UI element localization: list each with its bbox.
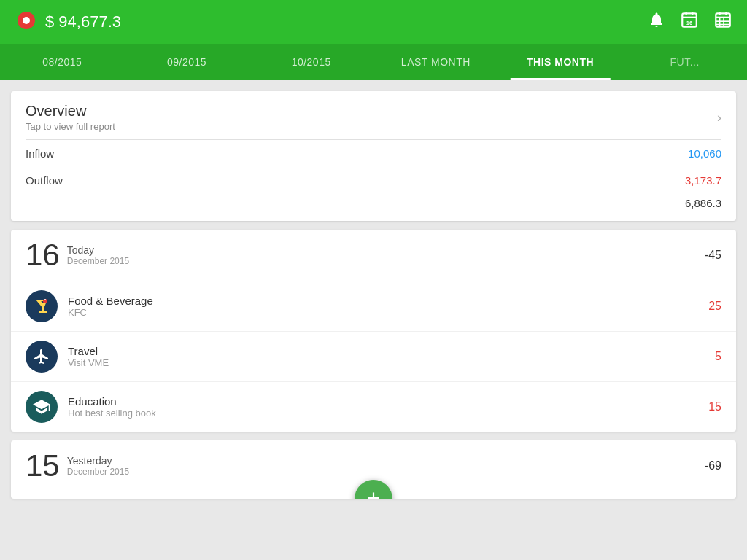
food-transaction-info: Food & Beverage KFC [68,295,708,318]
food-amount: 25 [708,300,721,313]
today-date-sub: December 2015 [67,256,129,266]
inflow-label: Inflow [26,147,54,160]
inflow-row: Inflow 10,060 [11,140,736,167]
overview-subtitle: Tap to view full report [26,121,115,132]
calendar-grid-icon[interactable] [713,10,732,34]
inflow-value: 10,060 [688,147,721,160]
svg-point-1 [23,17,30,24]
overview-header[interactable]: Overview Tap to view full report › [11,91,736,139]
top-bar-left: $ 94,677.3 [15,10,121,34]
travel-transaction-item[interactable]: Travel Visit VME 5 [11,332,736,382]
tab-aug[interactable]: 08/2015 [0,44,125,80]
outflow-value: 3,173.7 [685,174,721,187]
travel-subcategory: Visit VME [68,357,715,368]
education-amount: 15 [708,400,721,413]
food-category-name: Food & Beverage [68,295,708,307]
yesterday-date-text: Yesterday December 2015 [67,455,129,477]
overview-title: Overview [26,103,115,120]
outflow-row: Outflow 3,173.7 [11,167,736,194]
education-category-name: Education [68,395,708,408]
travel-amount: 5 [715,350,721,363]
tab-last-month[interactable]: LAST MONTH [374,44,498,80]
yesterday-date-label: Yesterday [67,455,129,467]
today-date-text: Today December 2015 [67,244,129,266]
today-date-header: 16 Today December 2015 -45 [11,230,736,281]
tab-oct[interactable]: 10/2015 [249,44,374,80]
tab-sep[interactable]: 09/2015 [125,44,249,80]
main-content: Overview Tap to view full report › Inflo… [0,80,747,560]
food-transaction-item[interactable]: Food & Beverage KFC 25 [11,281,736,332]
today-total: -45 [705,249,721,262]
logo-icon [15,10,38,34]
overview-card: Overview Tap to view full report › Inflo… [11,91,736,221]
overview-title-block: Overview Tap to view full report [26,103,115,132]
education-subcategory: Hot best selling book [68,408,708,419]
notification-icon[interactable] [648,11,665,33]
balance-display: $ 94,677.3 [45,12,121,31]
food-category-icon [26,290,58,322]
yesterday-total: -69 [705,459,721,472]
travel-category-icon [26,341,58,373]
top-bar: $ 94,677.3 16 [0,0,747,44]
yesterday-date-sub: December 2015 [67,467,129,477]
net-value: 6,886.3 [685,197,721,209]
travel-category-name: Travel [68,345,715,357]
tab-this-month[interactable]: THIS MONTH [498,44,623,80]
education-transaction-info: Education Hot best selling book [68,395,708,419]
nav-tabs: 08/2015 09/2015 10/2015 LAST MONTH THIS … [0,44,747,80]
education-transaction-item[interactable]: Education Hot best selling book 15 [11,382,736,432]
today-date-number: 16 [26,240,60,271]
net-row: 6,886.3 [11,194,736,221]
yesterday-date-number: 15 [26,451,60,481]
education-category-icon [26,391,58,423]
fab-plus-icon: + [367,487,380,499]
tab-future[interactable]: FUT... [622,44,747,80]
svg-text:16: 16 [686,20,692,26]
today-date-label: Today [67,244,129,256]
today-transaction-card: 16 Today December 2015 -45 Food & Bevera… [11,230,736,432]
food-subcategory: KFC [68,307,708,318]
overview-chevron-icon: › [717,110,721,125]
outflow-label: Outflow [26,174,63,187]
travel-transaction-info: Travel Visit VME [68,345,715,368]
yesterday-transaction-card: 15 Yesterday December 2015 -69 + [11,440,736,499]
calendar-day-icon[interactable]: 16 [680,10,699,34]
top-bar-right: 16 [648,10,732,34]
